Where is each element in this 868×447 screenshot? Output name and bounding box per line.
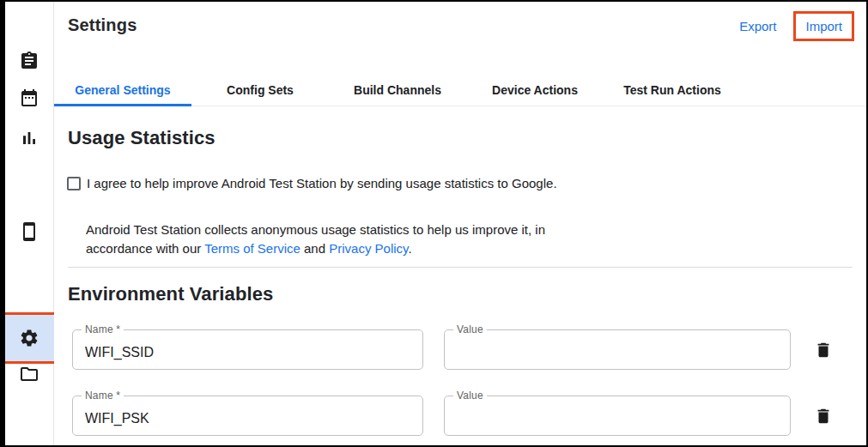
env-value-input[interactable] bbox=[445, 330, 790, 369]
usage-statistics-heading: Usage Statistics bbox=[68, 127, 215, 149]
env-value-input[interactable] bbox=[445, 396, 790, 435]
tab-build-channels[interactable]: Build Channels bbox=[329, 74, 466, 106]
page-title: Settings bbox=[68, 15, 137, 35]
tab-test-run-actions[interactable]: Test Run Actions bbox=[604, 74, 741, 106]
smartphone-icon bbox=[19, 221, 39, 242]
usage-agree-label: I agree to help improve Android Test Sta… bbox=[87, 173, 557, 193]
sidebar-item-settings[interactable] bbox=[5, 312, 57, 364]
sidebar-item-schedule[interactable] bbox=[5, 82, 53, 113]
sidebar-item-test-runs[interactable] bbox=[5, 45, 53, 76]
import-button[interactable]: Import bbox=[805, 19, 842, 33]
delete-env-var-button[interactable] bbox=[813, 406, 834, 426]
export-button[interactable]: Export bbox=[739, 19, 776, 33]
sidebar bbox=[5, 2, 54, 445]
app-window: Settings Export Import General Settings … bbox=[0, 0, 868, 447]
usage-agree-row: I agree to help improve Android Test Sta… bbox=[67, 173, 557, 193]
bar-chart-icon bbox=[19, 128, 39, 148]
env-name-field-wrapper: Name * bbox=[72, 329, 423, 370]
trash-icon bbox=[814, 407, 833, 426]
env-var-row: Name * Value bbox=[72, 396, 834, 436]
main-content: Settings Export Import General Settings … bbox=[54, 2, 866, 445]
env-var-row: Name * Value bbox=[72, 329, 834, 370]
calendar-icon bbox=[19, 88, 39, 108]
environment-variables-heading: Environment Variables bbox=[68, 283, 273, 305]
terms-of-service-link[interactable]: Terms of Service bbox=[204, 241, 300, 256]
env-value-field-wrapper: Value bbox=[444, 329, 791, 370]
import-annotation-box: Import bbox=[793, 11, 854, 41]
tab-general-settings[interactable]: General Settings bbox=[54, 74, 191, 106]
env-name-field-wrapper: Name * bbox=[72, 396, 423, 436]
tab-device-actions[interactable]: Device Actions bbox=[466, 74, 604, 106]
screen: Settings Export Import General Settings … bbox=[5, 2, 866, 445]
tab-config-sets[interactable]: Config Sets bbox=[191, 74, 329, 106]
folder-icon bbox=[19, 364, 39, 384]
sidebar-item-files[interactable] bbox=[5, 359, 53, 390]
sidebar-item-devices[interactable] bbox=[5, 216, 53, 247]
usage-info-between: and bbox=[300, 241, 329, 256]
env-value-field-wrapper: Value bbox=[444, 396, 791, 436]
env-name-input[interactable] bbox=[73, 396, 422, 435]
privacy-policy-link[interactable]: Privacy Policy bbox=[329, 241, 408, 256]
usage-agree-checkbox[interactable] bbox=[67, 177, 81, 190]
assignment-icon bbox=[19, 51, 39, 71]
sidebar-item-reports[interactable] bbox=[5, 123, 53, 154]
header-actions: Export Import bbox=[739, 9, 854, 43]
usage-info-text: Android Test Station collects anonymous … bbox=[86, 220, 613, 258]
tab-bar: General Settings Config Sets Build Chann… bbox=[54, 74, 866, 106]
delete-env-var-button[interactable] bbox=[813, 340, 834, 360]
usage-info-after: . bbox=[408, 241, 411, 256]
settings-gear-icon bbox=[19, 328, 39, 348]
section-divider bbox=[68, 267, 853, 268]
trash-icon bbox=[814, 341, 833, 359]
env-name-input[interactable] bbox=[73, 330, 422, 369]
